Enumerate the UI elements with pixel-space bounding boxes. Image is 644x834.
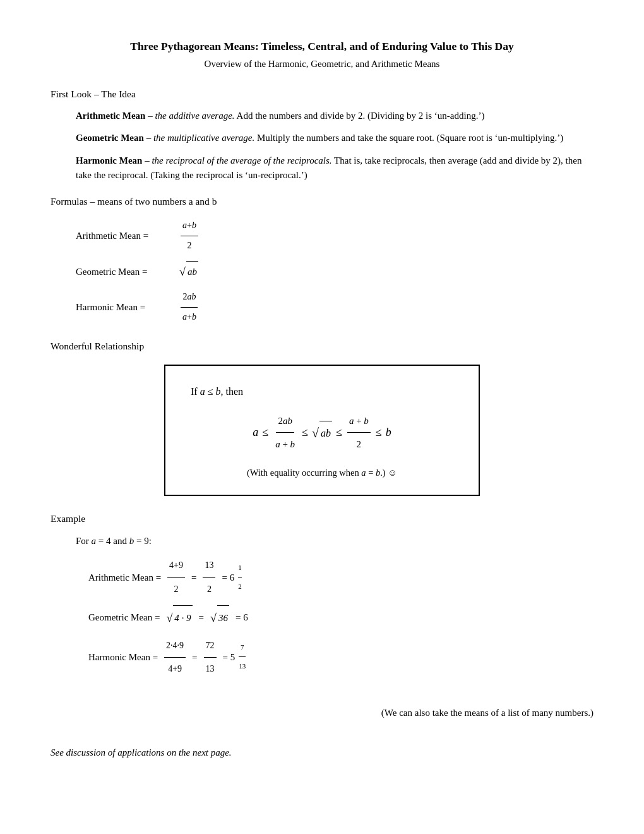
page-subtitle: Overview of the Harmonic, Geometric, and… (51, 57, 593, 71)
arithmetic-mean-formula: Arithmetic Mean = a+b 2 (76, 216, 593, 256)
wonderful-box-note: (With equality occurring when a = b.) ☺ (191, 462, 453, 484)
geometric-mean-rest: Multiply the numbers and take the square… (257, 133, 563, 143)
geometric-mean-desc: the multiplicative average. (153, 133, 254, 143)
harmonic-mean-desc: the reciprocal of the average of the rec… (152, 155, 331, 166)
see-discussion-text: See discussion of applications on the ne… (51, 746, 593, 760)
harmonic-mean-formula: Harmonic Mean = 2ab a+b (76, 287, 593, 327)
example-for-line: For a = 4 and b = 9: (76, 534, 593, 548)
section2-heading: Formulas – means of two numbers a and b (51, 194, 593, 208)
harmonic-mean-paragraph: Harmonic Mean – the reciprocal of the av… (76, 154, 593, 183)
arithmetic-mean-desc: the additive average. (155, 111, 234, 121)
wonderful-relationship-box: If a ≤ b, then a ≤ 2ab a + b ≤ √ ab ≤ a … (164, 365, 480, 496)
note-text: (We can also take the means of a list of… (51, 706, 593, 720)
example-heading: Example (51, 511, 593, 526)
page-title: Three Pythagorean Means: Timeless, Centr… (51, 38, 593, 54)
geometric-mean-formula: Geometric Mean = √ ab (76, 261, 593, 283)
arithmetic-mean-paragraph: Arithmetic Mean – the additive average. … (76, 109, 593, 123)
example-geometric-mean: Geometric Mean = √ 4 · 9 = √ 36 = 6 (88, 605, 593, 631)
geometric-mean-paragraph: Geometric Mean – the multiplicative aver… (76, 131, 593, 145)
geometric-mean-label: Geometric Mean (76, 133, 144, 143)
example-arithmetic-mean: Arithmetic Mean = 4+9 2 = 13 2 = 6 1 2 (88, 554, 593, 601)
wonderful-box-line1: If a ≤ b, then (191, 380, 453, 404)
arithmetic-mean-label: Arithmetic Mean (76, 111, 145, 121)
example-section: Example For a = 4 and b = 9: Arithmetic … (51, 511, 593, 680)
section3-heading: Wonderful Relationship (51, 339, 593, 353)
harmonic-mean-label: Harmonic Mean (76, 155, 142, 166)
example-harmonic-mean: Harmonic Mean = 2·4·9 4+9 = 72 13 = 5 7 … (88, 634, 593, 681)
wonderful-inequality: a ≤ 2ab a + b ≤ √ ab ≤ a + b 2 ≤ b (191, 409, 453, 456)
section1-heading: First Look – The Idea (51, 87, 593, 101)
arithmetic-mean-rest: Add the numbers and divide by 2. (Dividi… (237, 111, 485, 121)
